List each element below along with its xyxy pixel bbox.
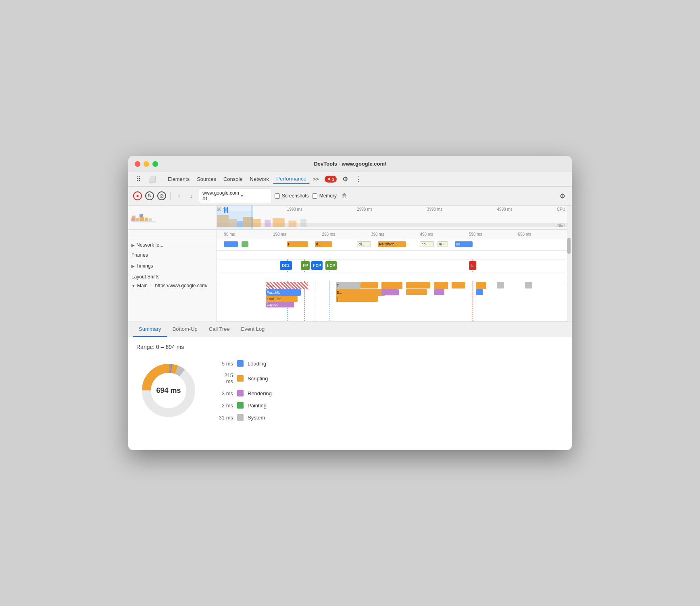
- memory-checkbox[interactable]: [312, 193, 317, 199]
- main-track-label[interactable]: ▼ Main — https://www.google.com/: [128, 281, 217, 322]
- memory-label: Memory: [319, 193, 337, 199]
- task-12[interactable]: [476, 289, 483, 295]
- legend-system: 31 ms System: [217, 414, 272, 421]
- timeline-selection[interactable]: [217, 205, 252, 229]
- frames-track: [217, 251, 567, 259]
- anon-task[interactable]: (...: [336, 296, 378, 302]
- more-tabs-button[interactable]: >>: [310, 174, 321, 184]
- tab-bottom-up[interactable]: Bottom-Up: [167, 322, 203, 337]
- device-toolbar-button[interactable]: ⬜: [145, 174, 159, 185]
- rendering-label: Rendering: [248, 390, 272, 396]
- svg-rect-5: [145, 218, 148, 221]
- fp-marker[interactable]: FP: [301, 261, 310, 270]
- download-button[interactable]: ↓: [187, 191, 196, 200]
- loading-label: Loading: [248, 361, 266, 367]
- screenshots-checkbox[interactable]: [275, 193, 280, 199]
- net-item-7[interactable]: hp: [420, 241, 434, 247]
- task-14[interactable]: [525, 282, 532, 288]
- task-9[interactable]: [434, 289, 444, 295]
- parse-html-task[interactable]: Par...ML: [266, 289, 301, 296]
- overview-marker-4: 4998 ms: [497, 207, 512, 212]
- perf-toolbar: ● ↻ ⊘ ↑ ↓ www.google.com #1 ▾ Screenshot…: [128, 187, 572, 205]
- task-7[interactable]: [406, 289, 427, 295]
- layout-task[interactable]: Layout: [266, 302, 294, 307]
- task-10[interactable]: [452, 282, 466, 288]
- tab-elements[interactable]: Elements: [165, 174, 193, 184]
- minimize-button[interactable]: [144, 161, 149, 167]
- frames-label: Frames: [131, 252, 148, 258]
- ruler-marker-6: 698 ms: [518, 232, 531, 237]
- frames-track-label[interactable]: Frames: [128, 251, 217, 259]
- net-item-4[interactable]: d...: [315, 241, 332, 247]
- eval-task-2[interactable]: E...: [336, 289, 385, 296]
- net-label-overview: NET: [557, 223, 565, 228]
- ruler-marker-5: 598 ms: [469, 232, 482, 237]
- system-label: System: [248, 415, 265, 421]
- refresh-record-button[interactable]: ↻: [145, 191, 154, 200]
- eval-script-task[interactable]: Eval...ipt: [266, 296, 298, 302]
- trash-button[interactable]: 🗑: [340, 191, 349, 200]
- svg-rect-1: [132, 216, 135, 218]
- timings-track-label[interactable]: ▶ Timings: [128, 259, 217, 272]
- lcp-marker[interactable]: LCP: [325, 261, 337, 270]
- task-8[interactable]: [434, 282, 448, 289]
- tab-sources[interactable]: Sources: [194, 174, 219, 184]
- task-11[interactable]: [476, 282, 486, 289]
- scrollbar-thumb[interactable]: [567, 238, 571, 254]
- layout-shifts-track-label[interactable]: Layout Shifts: [128, 272, 217, 281]
- task-5[interactable]: [381, 289, 399, 295]
- layout-shifts-label: Layout Shifts: [131, 274, 159, 280]
- tab-console[interactable]: Console: [220, 174, 246, 184]
- settings-button[interactable]: ⚙: [339, 174, 351, 185]
- timeline-scrollbar[interactable]: [567, 205, 572, 322]
- network-track-label[interactable]: ▶ Network |e...: [128, 239, 217, 251]
- tab-network[interactable]: Network: [247, 174, 273, 184]
- tab-event-log[interactable]: Event Log: [235, 322, 271, 337]
- net-item-3[interactable]: r: [287, 241, 308, 247]
- main-expand-icon: ▼: [131, 284, 135, 288]
- cursor-tool-button[interactable]: ⠿: [133, 174, 144, 185]
- ruler-marker-0: 98 ms: [224, 232, 235, 237]
- net-item-6[interactable]: Pe,DhPY...: [378, 241, 406, 247]
- network-expand-icon: ▶: [131, 243, 135, 247]
- net-item-8[interactable]: m=: [438, 241, 448, 247]
- loading-color: [237, 360, 244, 367]
- titlebar: DevTools - www.google.com/: [128, 156, 572, 172]
- tab-summary[interactable]: Summary: [133, 322, 167, 337]
- svg-rect-0: [131, 218, 135, 221]
- task-2[interactable]: T...: [336, 282, 360, 289]
- ruler-marker-2: 298 ms: [322, 232, 335, 237]
- task-1[interactable]: Task: [266, 282, 308, 289]
- net-item-5[interactable]: cli...: [357, 241, 371, 247]
- upload-button[interactable]: ↑: [175, 191, 183, 200]
- ruler-marker-4: 498 ms: [420, 232, 433, 237]
- donut-chart: 694 ms: [136, 358, 201, 423]
- net-item-2[interactable]: [242, 241, 248, 247]
- close-button[interactable]: [135, 161, 140, 167]
- network-track: r d... cli... Pe,DhPY... hp m= ge: [217, 239, 567, 251]
- clear-button[interactable]: ⊘: [157, 191, 166, 200]
- timeline-ruler: 98 ms 198 ms 298 ms 398 ms 498 ms 598 ms…: [217, 230, 567, 239]
- url-selector[interactable]: www.google.com #1 ▾: [199, 189, 271, 203]
- perf-settings-button[interactable]: ⚙: [558, 191, 567, 200]
- fcp-marker[interactable]: FCP: [311, 261, 323, 270]
- net-item-1[interactable]: [224, 241, 238, 247]
- tab-performance[interactable]: Performance: [273, 174, 309, 184]
- task-3[interactable]: [360, 282, 378, 288]
- svg-rect-4: [140, 214, 143, 217]
- task-13[interactable]: [497, 282, 504, 288]
- dcl-marker[interactable]: DCL: [280, 261, 292, 270]
- svg-rect-17: [300, 219, 306, 227]
- record-button[interactable]: ●: [133, 191, 142, 200]
- main-line-3: [315, 281, 315, 321]
- maximize-button[interactable]: [152, 161, 158, 167]
- tab-call-tree[interactable]: Call Tree: [203, 322, 235, 337]
- perf-separator-1: [170, 192, 171, 200]
- task-4[interactable]: [381, 282, 402, 289]
- l-marker[interactable]: L: [469, 261, 476, 270]
- memory-checkbox-group: Memory: [312, 193, 337, 199]
- more-options-button[interactable]: ⋮: [352, 174, 365, 185]
- system-value: 31 ms: [217, 415, 233, 421]
- task-6[interactable]: [406, 282, 431, 288]
- net-item-9[interactable]: ge: [455, 241, 472, 247]
